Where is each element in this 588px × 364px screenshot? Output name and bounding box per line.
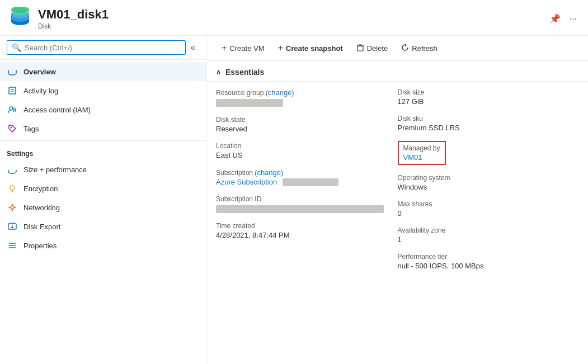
access-control-icon xyxy=(7,105,18,115)
delete-icon xyxy=(356,44,364,53)
encryption-icon xyxy=(7,183,18,193)
resource-group-label: Resource group (change) xyxy=(216,88,398,97)
create-snapshot-label: Create snapshot xyxy=(286,44,343,53)
networking-icon xyxy=(7,202,18,212)
sidebar-item-label: Size + performance xyxy=(23,166,87,174)
resource-group-value xyxy=(216,99,283,107)
disk-size-field: Disk size 127 GiB xyxy=(398,88,580,106)
svg-point-9 xyxy=(10,107,13,110)
create-snapshot-button[interactable]: + Create snapshot xyxy=(272,40,348,56)
ellipsis-icon: ··· xyxy=(570,14,577,23)
disk-state-field: Disk state Reserved xyxy=(216,116,398,133)
subscription-label: Subscription (change) xyxy=(216,168,398,177)
activity-log-icon xyxy=(7,86,18,96)
sidebar-item-size-performance[interactable]: Size + performance xyxy=(0,160,206,179)
subscription-change-link[interactable]: change xyxy=(257,168,281,177)
disk-size-label: Disk size xyxy=(398,88,580,96)
max-shares-label: Max shares xyxy=(398,200,580,208)
sidebar-item-networking[interactable]: Networking xyxy=(0,198,206,217)
max-shares-field: Max shares 0 xyxy=(398,200,580,218)
sidebar-item-overview[interactable]: Overview xyxy=(0,62,206,81)
subscription-id-blurred xyxy=(283,178,338,186)
page-subtitle: Disk xyxy=(38,22,547,30)
search-icon: 🔍 xyxy=(12,43,21,52)
managed-by-box: Managed by VM01 xyxy=(398,141,446,165)
location-value: East US xyxy=(216,151,398,159)
os-field: Operating system Windows xyxy=(398,174,580,191)
essentials-right-col: Disk size 127 GiB Disk sku Premium SSD L… xyxy=(398,88,580,279)
availability-zone-field: Availability zone 1 xyxy=(398,226,580,244)
sidebar-item-properties[interactable]: Properties xyxy=(0,236,206,255)
disk-size-value: 127 GiB xyxy=(398,97,580,106)
svg-point-10 xyxy=(13,108,16,110)
delete-label: Delete xyxy=(367,44,388,53)
sidebar-item-activity-log[interactable]: Activity log xyxy=(0,81,206,100)
plus-icon: + xyxy=(222,43,227,53)
location-label: Location xyxy=(216,142,398,150)
sidebar-item-label: Access control (IAM) xyxy=(23,106,91,114)
svg-rect-6 xyxy=(9,87,16,94)
refresh-button[interactable]: Refresh xyxy=(396,41,443,56)
disk-sku-label: Disk sku xyxy=(398,115,580,122)
sidebar-item-label: Tags xyxy=(23,125,39,133)
performance-tier-value: null - 500 IOPS, 100 MBps xyxy=(398,262,580,270)
max-shares-value: 0 xyxy=(398,209,580,218)
location-field: Location East US xyxy=(216,142,398,159)
essentials-chevron-icon: ∧ xyxy=(216,68,221,76)
size-performance-icon xyxy=(7,164,18,174)
settings-section-label: Settings xyxy=(0,143,206,160)
sidebar-item-label: Disk Export xyxy=(23,223,60,231)
availability-zone-value: 1 xyxy=(398,235,580,244)
delete-button[interactable]: Delete xyxy=(351,41,394,56)
toolbar: + Create VM + Create snapshot Delete xyxy=(207,36,588,61)
svg-point-2 xyxy=(11,14,29,22)
essentials-left-col: Resource group (change) Disk state Reser… xyxy=(216,88,398,279)
disk-state-label: Disk state xyxy=(216,116,398,124)
subscription-id-field: Subscription ID xyxy=(216,195,398,213)
managed-by-label: Managed by xyxy=(403,144,440,152)
sidebar-item-encryption[interactable]: Encryption xyxy=(0,179,206,198)
resource-group-change-link[interactable]: change xyxy=(268,88,292,97)
create-vm-button[interactable]: + Create VM xyxy=(216,40,270,56)
search-input[interactable] xyxy=(25,44,181,52)
subscription-field: Subscription (change) Azure Subscription xyxy=(216,168,398,187)
sidebar-item-label: Properties xyxy=(23,242,57,250)
managed-by-value[interactable]: VM01 xyxy=(403,153,422,162)
time-created-label: Time created xyxy=(216,222,398,230)
pin-icon: 📌 xyxy=(549,14,561,23)
resource-group-field: Resource group (change) xyxy=(216,88,398,107)
sidebar-item-label: Networking xyxy=(23,204,60,212)
svg-rect-29 xyxy=(357,46,363,51)
refresh-label: Refresh xyxy=(412,44,438,53)
disk-export-icon xyxy=(7,221,18,231)
sidebar-item-tags[interactable]: Tags xyxy=(0,119,206,138)
sidebar-item-label: Activity log xyxy=(23,87,58,95)
subscription-value[interactable]: Azure Subscription xyxy=(216,178,277,186)
os-label: Operating system xyxy=(398,174,580,182)
refresh-icon xyxy=(401,44,409,53)
managed-by-field: Managed by VM01 xyxy=(398,141,580,165)
pin-button[interactable]: 📌 xyxy=(547,11,563,26)
nav-divider xyxy=(0,140,206,141)
availability-zone-label: Availability zone xyxy=(398,226,580,234)
time-created-field: Time created 4/28/2021, 8:47:44 PM xyxy=(216,222,398,239)
overview-label: Overview xyxy=(23,68,56,76)
time-created-value: 4/28/2021, 8:47:44 PM xyxy=(216,231,398,239)
tags-icon xyxy=(7,124,18,134)
more-button[interactable]: ··· xyxy=(567,12,579,26)
svg-point-11 xyxy=(11,127,12,128)
overview-icon xyxy=(7,67,18,77)
sidebar-item-disk-export[interactable]: Disk Export xyxy=(0,217,206,236)
disk-state-value: Reserved xyxy=(216,125,398,133)
plus-snapshot-icon: + xyxy=(277,43,283,53)
os-value: Windows xyxy=(398,183,580,191)
properties-icon xyxy=(7,240,18,250)
essentials-title: Essentials xyxy=(225,68,264,77)
subscription-id-value xyxy=(216,205,384,213)
svg-point-13 xyxy=(10,186,15,190)
essentials-section: ∧ Essentials Resource group (change) Dis… xyxy=(207,61,588,364)
svg-point-16 xyxy=(11,206,14,209)
sidebar-item-access-control[interactable]: Access control (IAM) xyxy=(0,100,206,119)
disk-sku-field: Disk sku Premium SSD LRS xyxy=(398,115,580,132)
collapse-sidebar-button[interactable]: « xyxy=(186,40,200,55)
